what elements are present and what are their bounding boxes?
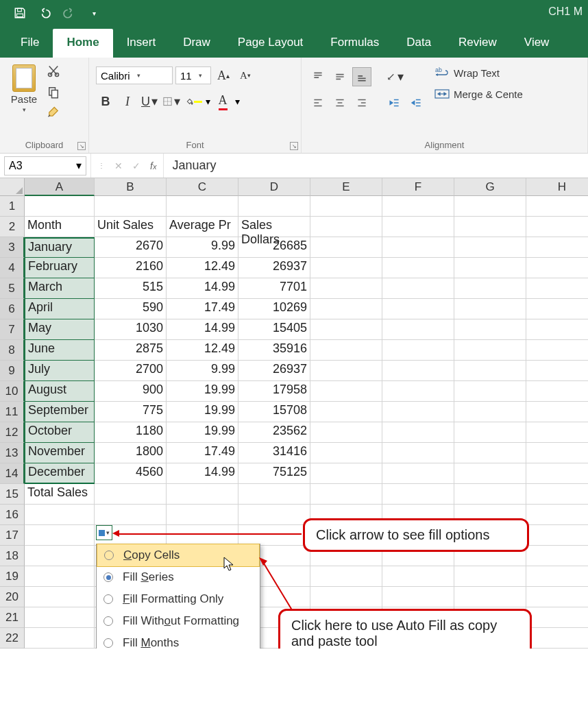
align-top-icon[interactable] (308, 67, 328, 86)
cell[interactable]: 23562 (238, 422, 310, 443)
cell[interactable]: Month (25, 217, 95, 237)
cell[interactable]: 17958 (238, 381, 310, 402)
cell[interactable]: 775 (95, 402, 167, 422)
tab-view[interactable]: View (511, 29, 563, 58)
align-center-icon[interactable] (330, 93, 350, 112)
tab-data[interactable]: Data (393, 29, 445, 58)
cell[interactable] (382, 422, 454, 443)
column-header[interactable]: E (310, 178, 382, 196)
cell[interactable]: 26937 (238, 258, 310, 278)
cell[interactable] (526, 196, 588, 217)
cell[interactable]: 31416 (238, 443, 310, 463)
row-header[interactable]: 19 (0, 566, 25, 587)
cell[interactable]: December (25, 463, 95, 484)
tab-file[interactable]: File (7, 29, 53, 58)
font-launcher-icon[interactable]: ↘ (290, 142, 298, 150)
bold-button[interactable]: B (96, 92, 115, 111)
cell[interactable] (382, 299, 454, 319)
column-header[interactable]: G (454, 178, 526, 196)
cell[interactable] (454, 237, 526, 258)
cell[interactable] (382, 381, 454, 402)
cell[interactable] (526, 587, 588, 607)
row-header[interactable]: 8 (0, 340, 25, 361)
cell[interactable]: 9.99 (167, 361, 238, 381)
cell[interactable]: 515 (95, 278, 167, 299)
row-header[interactable]: 14 (0, 463, 25, 484)
name-box[interactable]: A3▾ (4, 156, 86, 176)
cell[interactable] (238, 505, 310, 525)
cell[interactable] (95, 505, 167, 525)
cell[interactable] (25, 587, 95, 607)
fill-option-item[interactable]: Fill Formatting Only (97, 588, 260, 610)
cell[interactable] (526, 422, 588, 443)
cell[interactable] (454, 258, 526, 278)
cell[interactable]: 4560 (95, 463, 167, 484)
cell[interactable] (382, 217, 454, 237)
cell[interactable] (382, 278, 454, 299)
cell[interactable] (310, 278, 382, 299)
cell[interactable]: 14.99 (167, 463, 238, 484)
cell[interactable] (310, 381, 382, 402)
cell[interactable] (310, 258, 382, 278)
cancel-icon[interactable]: ✕ (114, 160, 123, 171)
cell[interactable]: 2160 (95, 258, 167, 278)
cell[interactable] (167, 505, 238, 525)
cell[interactable] (25, 566, 95, 587)
cell[interactable] (310, 422, 382, 443)
cell[interactable] (310, 587, 382, 607)
cell[interactable]: June (25, 340, 95, 361)
cell[interactable] (95, 484, 167, 505)
cell[interactable] (526, 340, 588, 361)
row-header[interactable]: 20 (0, 587, 25, 607)
cell[interactable] (454, 422, 526, 443)
row-header[interactable]: 11 (0, 402, 25, 422)
qat-customize-icon[interactable]: ▾ (88, 7, 100, 19)
cell[interactable] (526, 299, 588, 319)
cell[interactable] (310, 340, 382, 361)
cell[interactable] (382, 484, 454, 505)
row-header[interactable]: 22 (0, 628, 25, 649)
namebox-expand-icon[interactable]: ⋮ (98, 162, 105, 169)
cell[interactable]: 17.49 (167, 443, 238, 463)
cell[interactable]: 26685 (238, 237, 310, 258)
tab-review[interactable]: Review (445, 29, 511, 58)
cell[interactable] (310, 217, 382, 237)
cell[interactable] (382, 196, 454, 217)
copy-icon[interactable] (47, 85, 60, 99)
cell[interactable] (526, 607, 588, 628)
cell[interactable]: Sales Dollars (238, 217, 310, 237)
row-header[interactable]: 2 (0, 217, 25, 237)
column-header[interactable]: A (25, 178, 95, 196)
cell[interactable] (526, 505, 588, 525)
cell[interactable]: 900 (95, 381, 167, 402)
cell[interactable] (526, 463, 588, 484)
font-color-dropdown-icon[interactable]: ▾ (235, 96, 240, 107)
cell[interactable] (526, 258, 588, 278)
increase-indent-icon[interactable] (407, 93, 426, 112)
cell[interactable]: 10269 (238, 299, 310, 319)
decrease-font-icon[interactable]: A▾ (236, 66, 255, 85)
cell[interactable]: 19.99 (167, 422, 238, 443)
cell[interactable] (167, 525, 238, 546)
cell[interactable] (310, 463, 382, 484)
tab-page-layout[interactable]: Page Layout (224, 29, 317, 58)
cell[interactable]: 1800 (95, 443, 167, 463)
cell[interactable]: January (25, 237, 95, 258)
cell[interactable] (310, 237, 382, 258)
column-header[interactable]: H (526, 178, 588, 196)
fx-icon[interactable]: fx (150, 160, 156, 171)
cell[interactable]: September (25, 402, 95, 422)
cell[interactable]: 9.99 (167, 237, 238, 258)
cell[interactable] (310, 566, 382, 587)
cell[interactable] (25, 505, 95, 525)
cell[interactable]: 12.49 (167, 340, 238, 361)
cell[interactable] (526, 546, 588, 566)
cell[interactable] (454, 361, 526, 381)
cell[interactable]: 15708 (238, 402, 310, 422)
cell[interactable] (454, 566, 526, 587)
cell[interactable]: July (25, 361, 95, 381)
cell[interactable] (526, 443, 588, 463)
cell[interactable] (25, 525, 95, 546)
align-bottom-icon[interactable] (352, 67, 371, 86)
undo-icon[interactable] (38, 7, 51, 19)
